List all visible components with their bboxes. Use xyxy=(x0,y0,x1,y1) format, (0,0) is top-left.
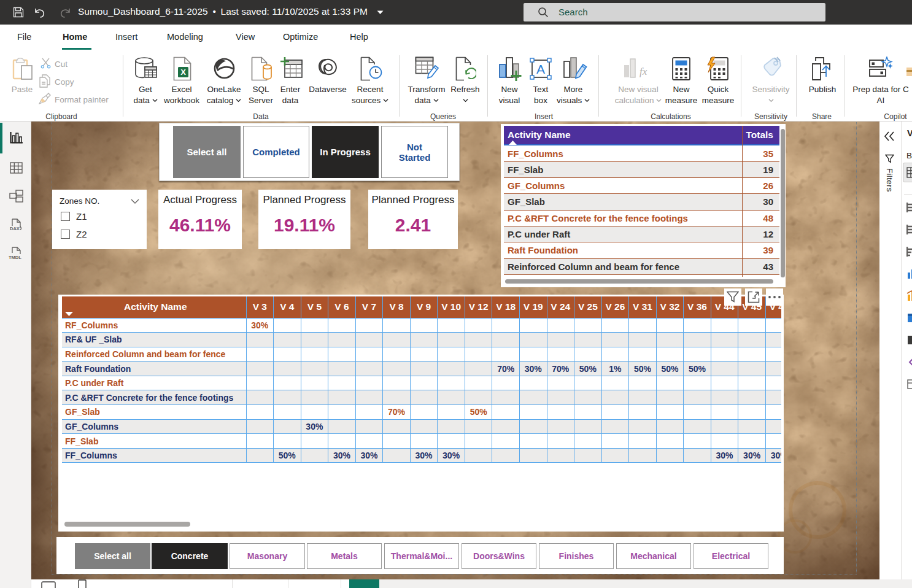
svg-text:DAX: DAX xyxy=(10,226,20,231)
svg-text:fx: fx xyxy=(640,66,647,77)
svg-text:A: A xyxy=(536,62,545,76)
svg-text:X: X xyxy=(180,68,186,77)
svg-text:TMDL: TMDL xyxy=(9,255,21,260)
